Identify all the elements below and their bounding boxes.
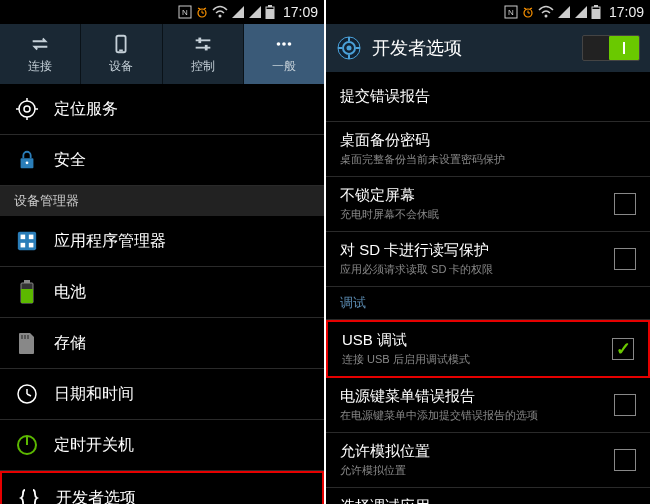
svg-point-7 bbox=[218, 15, 221, 18]
tab-general[interactable]: 一般 bbox=[244, 24, 324, 84]
item-label: 电池 bbox=[54, 282, 86, 303]
svg-rect-33 bbox=[21, 243, 26, 248]
item-sd-protect[interactable]: 对 SD 卡进行读写保护 应用必须请求读取 SD 卡的权限 bbox=[326, 232, 650, 287]
svg-point-65 bbox=[347, 46, 352, 51]
item-developer-options[interactable]: 开发者选项 bbox=[0, 471, 324, 504]
svg-rect-17 bbox=[198, 38, 201, 44]
item-label: USB 调试 bbox=[342, 331, 602, 350]
alarm-icon bbox=[521, 5, 535, 19]
item-sublabel: 桌面完整备份当前未设置密码保护 bbox=[340, 152, 636, 167]
svg-rect-58 bbox=[592, 9, 600, 19]
svg-marker-8 bbox=[232, 6, 244, 18]
svg-point-29 bbox=[26, 161, 29, 164]
checkbox[interactable] bbox=[614, 449, 636, 471]
svg-rect-40 bbox=[27, 335, 29, 339]
svg-rect-39 bbox=[24, 335, 26, 339]
svg-point-20 bbox=[282, 42, 286, 46]
sd-card-icon bbox=[14, 330, 40, 356]
item-location[interactable]: 定位服务 bbox=[0, 84, 324, 135]
item-app-manager[interactable]: 应用程序管理器 bbox=[0, 216, 324, 267]
item-datetime[interactable]: 日期和时间 bbox=[0, 369, 324, 420]
tab-label: 控制 bbox=[191, 58, 215, 75]
checkbox[interactable] bbox=[614, 394, 636, 416]
item-label: 不锁定屏幕 bbox=[340, 186, 604, 205]
svg-line-43 bbox=[27, 394, 31, 396]
svg-line-6 bbox=[204, 8, 206, 9]
svg-rect-38 bbox=[21, 335, 23, 339]
tab-label: 连接 bbox=[28, 58, 52, 75]
item-label: 对 SD 卡进行读写保护 bbox=[340, 241, 604, 260]
item-sublabel: 连接 USB 后启用调试模式 bbox=[342, 352, 602, 367]
item-stay-awake[interactable]: 不锁定屏幕 充电时屏幕不会休眠 bbox=[326, 177, 650, 232]
checkbox[interactable] bbox=[614, 248, 636, 270]
battery-icon bbox=[14, 279, 40, 305]
svg-line-52 bbox=[530, 8, 532, 9]
item-sublabel: 应用必须请求读取 SD 卡的权限 bbox=[340, 262, 604, 277]
item-label: 允许模拟位置 bbox=[340, 442, 604, 461]
phone-right: N 17:09 开发者选项 提交错误报告 桌面备份密码 桌面完整备份当前未设置密… bbox=[326, 0, 650, 504]
svg-marker-9 bbox=[249, 6, 261, 18]
tab-label: 一般 bbox=[272, 58, 296, 75]
item-scheduled-power[interactable]: 定时开关机 bbox=[0, 420, 324, 471]
svg-rect-31 bbox=[21, 235, 26, 240]
item-label: 日期和时间 bbox=[54, 384, 134, 405]
swap-icon bbox=[29, 33, 51, 55]
checkbox-checked[interactable] bbox=[612, 338, 634, 360]
phone-icon bbox=[110, 33, 132, 55]
settings-list: 定位服务 安全 设备管理器 应用程序管理器 电池 bbox=[0, 84, 324, 504]
tab-controls[interactable]: 控制 bbox=[163, 24, 244, 84]
svg-rect-12 bbox=[266, 9, 274, 19]
svg-point-53 bbox=[544, 15, 547, 18]
master-toggle[interactable] bbox=[582, 35, 640, 61]
item-backup-password[interactable]: 桌面备份密码 桌面完整备份当前未设置密码保护 bbox=[326, 122, 650, 177]
target-icon bbox=[14, 96, 40, 122]
item-storage[interactable]: 存储 bbox=[0, 318, 324, 369]
gear-icon[interactable] bbox=[336, 35, 362, 61]
item-mock-locations[interactable]: 允许模拟位置 允许模拟位置 bbox=[326, 433, 650, 488]
item-label: 安全 bbox=[54, 150, 86, 171]
braces-icon bbox=[16, 485, 42, 504]
status-bar: N 17:09 bbox=[326, 0, 650, 24]
svg-rect-30 bbox=[18, 232, 36, 250]
signal-icon-2 bbox=[248, 5, 262, 19]
item-usb-debugging[interactable]: USB 调试 连接 USB 后启用调试模式 bbox=[326, 320, 650, 378]
developer-list: 提交错误报告 桌面备份密码 桌面完整备份当前未设置密码保护 不锁定屏幕 充电时屏… bbox=[326, 72, 650, 504]
status-time: 17:09 bbox=[283, 4, 318, 20]
svg-point-21 bbox=[288, 42, 292, 46]
tab-connections[interactable]: 连接 bbox=[0, 24, 81, 84]
item-sublabel: 在电源键菜单中添加提交错误报告的选项 bbox=[340, 408, 604, 423]
status-bar: N 17:09 bbox=[0, 0, 324, 24]
tab-device[interactable]: 设备 bbox=[81, 24, 162, 84]
signal-icon bbox=[557, 5, 571, 19]
item-label: 桌面备份密码 bbox=[340, 131, 636, 150]
section-device-manager: 设备管理器 bbox=[0, 186, 324, 216]
svg-marker-55 bbox=[575, 6, 587, 18]
svg-line-51 bbox=[524, 8, 526, 9]
more-icon bbox=[273, 33, 295, 55]
tab-label: 设备 bbox=[109, 58, 133, 75]
svg-line-5 bbox=[198, 8, 200, 9]
svg-point-23 bbox=[24, 106, 30, 112]
item-security[interactable]: 安全 bbox=[0, 135, 324, 186]
apps-icon bbox=[14, 228, 40, 254]
item-label: 电源键菜单错误报告 bbox=[340, 387, 604, 406]
checkbox[interactable] bbox=[614, 193, 636, 215]
item-select-debug-app[interactable]: 选择调试应用 未设置任何调试应用 bbox=[326, 488, 650, 504]
signal-icon bbox=[231, 5, 245, 19]
svg-rect-18 bbox=[204, 45, 207, 50]
battery-icon bbox=[591, 5, 601, 19]
wifi-icon bbox=[538, 5, 554, 19]
item-label: 开发者选项 bbox=[56, 488, 136, 505]
power-icon bbox=[14, 432, 40, 458]
item-sublabel: 允许模拟位置 bbox=[340, 463, 604, 478]
nfc-icon: N bbox=[178, 5, 192, 19]
settings-tabs: 连接 设备 控制 一般 bbox=[0, 24, 324, 84]
item-bug-report[interactable]: 提交错误报告 bbox=[326, 72, 650, 122]
signal-icon-2 bbox=[574, 5, 588, 19]
svg-text:N: N bbox=[182, 8, 188, 17]
item-battery[interactable]: 电池 bbox=[0, 267, 324, 318]
item-label: 应用程序管理器 bbox=[54, 231, 166, 252]
item-power-menu-bug[interactable]: 电源键菜单错误报告 在电源键菜单中添加提交错误报告的选项 bbox=[326, 378, 650, 433]
clock-icon bbox=[14, 381, 40, 407]
wifi-icon bbox=[212, 5, 228, 19]
